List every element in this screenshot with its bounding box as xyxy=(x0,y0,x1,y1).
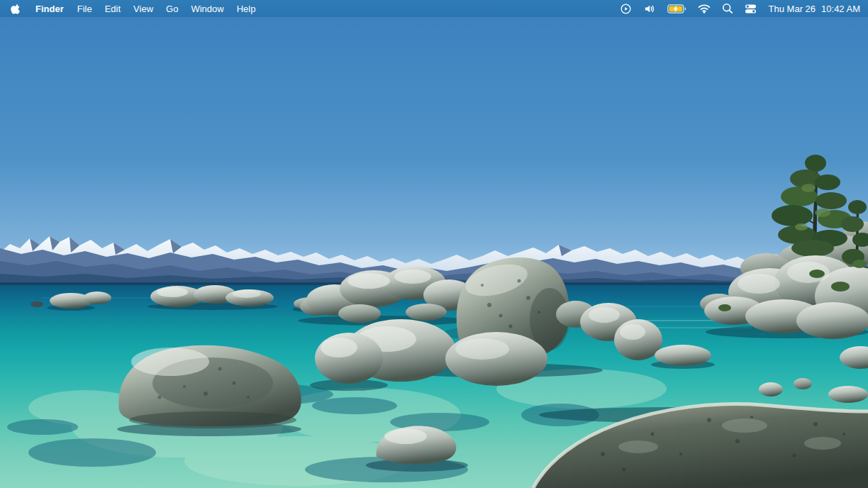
control-center-icon xyxy=(745,4,757,13)
clock-time: 10:42 AM xyxy=(821,4,860,14)
menu-go[interactable]: Go xyxy=(160,0,184,17)
volume-status[interactable] xyxy=(638,0,662,17)
apple-menu[interactable] xyxy=(0,0,28,17)
menu-bar-left: Finder File Edit View Go Window Help xyxy=(0,0,262,17)
wifi-icon xyxy=(698,4,711,13)
battery-charging-icon xyxy=(667,4,686,13)
menu-file[interactable]: File xyxy=(71,0,99,17)
desktop[interactable]: Finder File Edit View Go Window Help xyxy=(0,0,868,488)
spotlight-search[interactable] xyxy=(716,0,739,17)
play-circle-status[interactable] xyxy=(614,0,638,17)
menu-bar: Finder File Edit View Go Window Help xyxy=(0,0,868,17)
menu-bar-clock[interactable]: Thu Mar 26 10:42 AM xyxy=(762,4,860,14)
wifi-status[interactable] xyxy=(692,0,716,17)
search-icon xyxy=(722,3,733,14)
menu-view[interactable]: View xyxy=(127,0,160,17)
app-menu-finder[interactable]: Finder xyxy=(28,0,71,17)
clock-date: Thu Mar 26 xyxy=(769,4,816,14)
menu-window[interactable]: Window xyxy=(184,0,230,17)
volume-icon xyxy=(643,3,656,15)
menu-help[interactable]: Help xyxy=(230,0,262,17)
wallpaper-lake-tahoe xyxy=(0,0,868,488)
menu-edit[interactable]: Edit xyxy=(99,0,127,17)
play-circle-icon xyxy=(620,3,632,15)
menu-bar-status-area: Thu Mar 26 10:42 AM xyxy=(614,0,868,17)
battery-status[interactable] xyxy=(662,0,692,17)
control-center[interactable] xyxy=(739,0,762,17)
apple-logo-icon xyxy=(11,3,21,15)
